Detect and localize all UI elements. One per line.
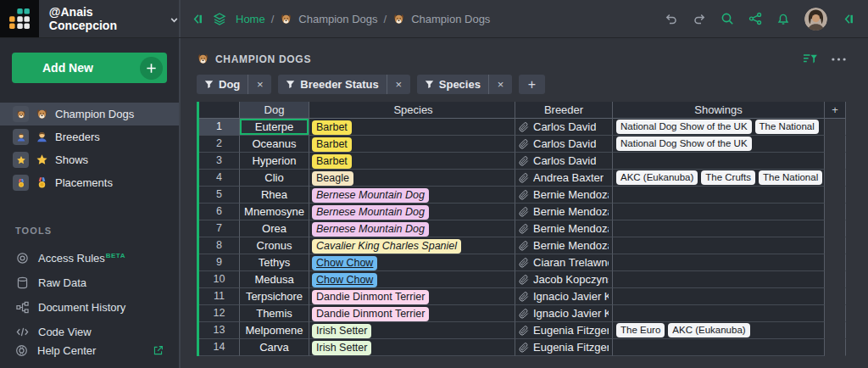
row-number-cell[interactable]: 9: [199, 254, 240, 271]
breeder-cell[interactable]: Ignacio Javier K…: [515, 305, 613, 322]
showings-cell[interactable]: [613, 254, 825, 271]
share-icon[interactable]: [748, 12, 762, 25]
app-logo[interactable]: [0, 0, 39, 37]
breeder-cell[interactable]: Bernie Mendoza: [515, 220, 613, 237]
showings-cell[interactable]: National Dog Show of the UKThe National: [613, 119, 825, 136]
showings-cell[interactable]: [613, 220, 825, 237]
row-number-cell[interactable]: 3: [199, 153, 240, 170]
dog-cell[interactable]: Mnemosyne: [240, 204, 309, 220]
showings-cell[interactable]: National Dog Show of the UK: [613, 136, 825, 153]
user-avatar[interactable]: [804, 8, 827, 31]
showings-cell[interactable]: [613, 271, 825, 288]
species-cell[interactable]: Barbet: [309, 153, 515, 170]
dog-cell[interactable]: Rhea: [240, 187, 309, 204]
dog-cell[interactable]: Terpsichore: [240, 288, 309, 305]
remove-filter-icon[interactable]: ×: [489, 78, 512, 91]
species-cell[interactable]: Bernese Mountain Dog: [309, 204, 515, 220]
row-number-cell[interactable]: 8: [199, 237, 240, 254]
search-icon[interactable]: [721, 12, 734, 25]
dog-cell[interactable]: Cronus: [240, 237, 309, 254]
showings-cell[interactable]: [613, 204, 825, 220]
showings-cell[interactable]: [613, 153, 825, 170]
showings-cell[interactable]: AKC (Eukanuba)The CruftsThe National: [613, 170, 825, 187]
column-header-showings[interactable]: Showings: [613, 102, 825, 119]
species-cell[interactable]: Chow Chow: [309, 271, 515, 288]
redo-icon[interactable]: [693, 12, 706, 25]
species-cell[interactable]: Bernese Mountain Dog: [309, 187, 515, 204]
remove-filter-icon[interactable]: ×: [248, 78, 271, 91]
sort-filter-icon[interactable]: [803, 53, 817, 65]
breeder-cell[interactable]: Andrea Baxter: [515, 170, 613, 187]
dog-cell[interactable]: Melpomene: [240, 322, 309, 339]
breeder-cell[interactable]: Bernie Mendoza: [515, 204, 613, 220]
showings-cell[interactable]: [613, 237, 825, 254]
row-number-cell[interactable]: 4: [199, 170, 240, 187]
sidebar-item-raw-data[interactable]: Raw Data: [0, 270, 179, 295]
row-number-cell[interactable]: 6: [199, 204, 240, 220]
breeder-cell[interactable]: Carlos David: [515, 153, 613, 170]
undo-icon[interactable]: [665, 12, 678, 25]
dog-cell[interactable]: Themis: [240, 305, 309, 322]
breeder-cell[interactable]: Eugenia Fitzger…: [515, 322, 613, 339]
row-number-cell[interactable]: 2: [199, 136, 240, 153]
breadcrumb-page[interactable]: Champion Dogs: [411, 13, 490, 25]
collapse-left-panel-icon[interactable]: [191, 13, 203, 25]
dog-cell[interactable]: Euterpe: [240, 119, 309, 136]
breeder-cell[interactable]: Jacob Kopczynski: [515, 271, 613, 288]
breeder-cell[interactable]: Bernie Mendoza: [515, 187, 613, 204]
species-cell[interactable]: Barbet: [309, 119, 515, 136]
filter-chip-breeder-status[interactable]: Breeder Status×: [278, 75, 409, 94]
sidebar-item-breeders[interactable]: Breeders: [0, 125, 179, 148]
dog-cell[interactable]: Oceanus: [240, 136, 309, 153]
sidebar-item-shows[interactable]: Shows: [0, 148, 179, 171]
row-number-header[interactable]: [199, 102, 240, 119]
bell-icon[interactable]: [776, 12, 790, 25]
sidebar-item-code-view[interactable]: Code View: [0, 320, 179, 344]
sidebar-item-access-rules[interactable]: Access RulesBETA: [0, 246, 179, 270]
remove-filter-icon[interactable]: ×: [387, 78, 410, 91]
filter-chip-dog[interactable]: Dog×: [197, 75, 271, 94]
showings-cell[interactable]: [613, 339, 825, 356]
column-header-dog[interactable]: Dog: [240, 102, 309, 119]
dog-cell[interactable]: Medusa: [240, 271, 309, 288]
breeder-cell[interactable]: Bernie Mendoza: [515, 237, 613, 254]
sidebar-item-placements[interactable]: Placements: [0, 171, 179, 194]
row-number-cell[interactable]: 1: [199, 119, 240, 136]
widget-menu-icon[interactable]: [832, 58, 846, 61]
account-menu[interactable]: @Anais Concepcion: [39, 5, 179, 32]
breeder-cell[interactable]: Ciaran Trelawney: [515, 254, 613, 271]
row-number-cell[interactable]: 14: [199, 339, 240, 356]
breadcrumb-workspace[interactable]: Champion Dogs: [298, 13, 377, 25]
species-cell[interactable]: Irish Setter: [309, 322, 515, 339]
showings-cell[interactable]: The EuroAKC (Eukanuba): [613, 322, 825, 339]
sidebar-item-help-center[interactable]: Help Center: [0, 344, 179, 357]
breeder-cell[interactable]: Eugenia Fitzger…: [515, 339, 613, 356]
sidebar-item-document-history[interactable]: Document History: [0, 295, 179, 320]
row-number-cell[interactable]: 13: [199, 322, 240, 339]
species-cell[interactable]: Chow Chow: [309, 254, 515, 271]
panel-collapse-icon[interactable]: [842, 13, 854, 25]
row-number-cell[interactable]: 7: [199, 220, 240, 237]
sidebar-item-champion-dogs[interactable]: Champion Dogs: [0, 103, 179, 125]
add-column-button[interactable]: +: [825, 102, 846, 119]
row-number-cell[interactable]: 11: [199, 288, 240, 305]
species-cell[interactable]: Irish Setter: [309, 339, 515, 356]
breadcrumb-home[interactable]: Home: [236, 13, 265, 25]
filter-chip-species[interactable]: Species×: [417, 75, 512, 94]
species-cell[interactable]: Beagle: [309, 170, 515, 187]
column-header-breeder[interactable]: Breeder: [515, 102, 613, 119]
dog-cell[interactable]: Orea: [240, 220, 309, 237]
breeder-cell[interactable]: Ignacio Javier K…: [515, 288, 613, 305]
species-cell[interactable]: Dandie Dinmont Terrier: [309, 288, 515, 305]
showings-cell[interactable]: [613, 187, 825, 204]
row-number-cell[interactable]: 12: [199, 305, 240, 322]
pages-layers-icon[interactable]: [213, 12, 226, 25]
showings-cell[interactable]: [613, 305, 825, 322]
breeder-cell[interactable]: Carlos David: [515, 136, 613, 153]
column-header-species[interactable]: Species: [309, 102, 515, 119]
species-cell[interactable]: Bernese Mountain Dog: [309, 220, 515, 237]
species-cell[interactable]: Cavalier King Charles Spaniel: [309, 237, 515, 254]
species-cell[interactable]: Dandie Dinmont Terrier: [309, 305, 515, 322]
row-number-cell[interactable]: 5: [199, 187, 240, 204]
row-number-cell[interactable]: 10: [199, 271, 240, 288]
